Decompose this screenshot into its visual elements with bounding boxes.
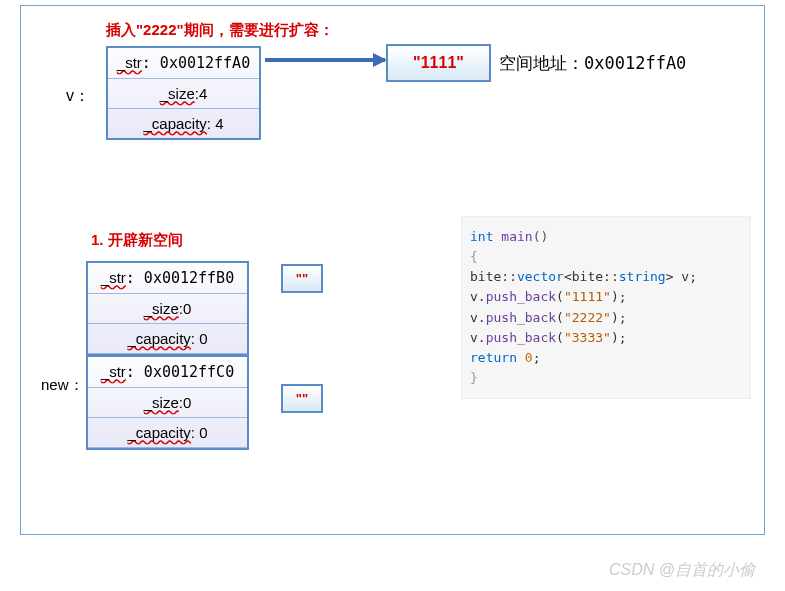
address-label: 空间地址：0x0012ffA0 — [499, 52, 686, 75]
struct-v-size: _size:4 — [108, 79, 259, 109]
struct-new-a: _str: 0x0012ffB0 _size:0 _capacity: 0 — [88, 263, 247, 354]
struct-v: _str: 0x0012ffA0 _size:4 _capacity: 4 — [106, 46, 261, 140]
value-box-empty-1: "" — [281, 264, 323, 293]
struct-a-capacity: _capacity: 0 — [88, 324, 247, 354]
struct-v-str: _str: 0x0012ffA0 — [108, 48, 259, 79]
code-snippet: int main() { bite::vector<bite::string> … — [461, 216, 751, 399]
value-box-1111: "1111" — [386, 44, 491, 82]
diagram-frame: 插入"2222"期间，需要进行扩容： v： _str: 0x0012ffA0 _… — [20, 5, 765, 535]
watermark: CSDN @自首的小偷 — [609, 560, 755, 581]
struct-b-str: _str: 0x0012ffC0 — [88, 357, 247, 388]
struct-v-capacity: _capacity: 4 — [108, 109, 259, 138]
struct-b-size: _size:0 — [88, 388, 247, 418]
struct-a-size: _size:0 — [88, 294, 247, 324]
title-insert: 插入"2222"期间，需要进行扩容： — [106, 21, 334, 40]
value-box-empty-2: "" — [281, 384, 323, 413]
struct-a-str: _str: 0x0012ffB0 — [88, 263, 247, 294]
struct-b-capacity: _capacity: 0 — [88, 418, 247, 448]
v-label: v： — [66, 86, 90, 107]
title-allocate: 1. 开辟新空间 — [91, 231, 183, 250]
arrow-to-value — [265, 58, 385, 62]
struct-new-group: _str: 0x0012ffB0 _size:0 _capacity: 0 _s… — [86, 261, 249, 450]
struct-new-b: _str: 0x0012ffC0 _size:0 _capacity: 0 — [88, 357, 247, 448]
new-label: new： — [41, 376, 84, 395]
